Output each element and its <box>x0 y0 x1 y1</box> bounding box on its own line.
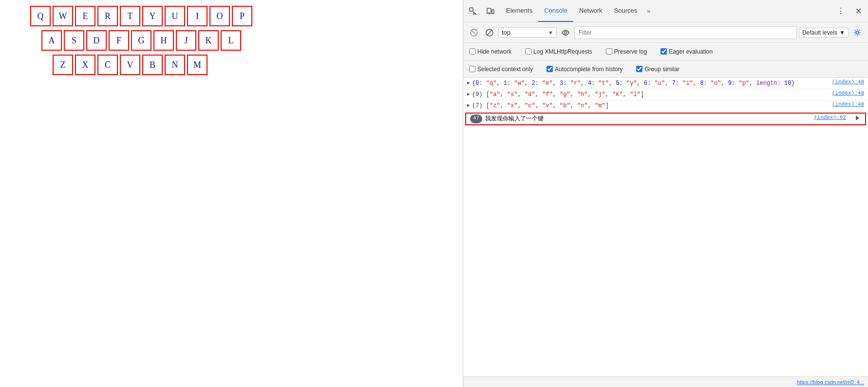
clear-all-button[interactable] <box>483 26 496 39</box>
key-w[interactable]: W <box>53 6 73 26</box>
tab-network[interactable]: Network <box>573 0 608 22</box>
context-selector-arrow: ▼ <box>548 30 553 36</box>
keyboard-container: Q W E R T Y U I O P A S D F G H J K L Z … <box>24 0 258 83</box>
devtools-menu-button[interactable]: ⋮ <box>833 3 849 19</box>
key-k[interactable]: K <box>198 30 219 51</box>
key-i[interactable]: I <box>187 6 208 26</box>
keyboard-row-3: Z X C V B N M <box>52 54 253 76</box>
console-output: ▶ {0: "q", 1: "w", 2: "e", 3: "r", 4: "t… <box>463 78 868 376</box>
key-l[interactable]: L <box>221 30 241 51</box>
key-y[interactable]: Y <box>142 6 163 26</box>
key-d[interactable]: D <box>86 30 107 51</box>
preserve-log-option[interactable]: Preserve log <box>606 48 647 55</box>
expand-icon-2[interactable]: ▶ <box>467 91 470 97</box>
key-t[interactable]: T <box>120 6 140 26</box>
svg-line-5 <box>472 30 476 35</box>
console-link-2[interactable]: (index):48 <box>832 90 864 96</box>
eager-evaluation-checkbox[interactable] <box>660 48 667 55</box>
devtools-close-button[interactable]: ✕ <box>850 3 866 19</box>
log-xmlhttprequests-option[interactable]: Log XMLHttpRequests <box>525 48 592 55</box>
key-x[interactable]: X <box>75 55 95 75</box>
key-r[interactable]: R <box>97 6 118 26</box>
keyboard-row-2: A S D F G H J K L <box>40 29 253 52</box>
devtools-tabs: Elements Console Network Sources » <box>500 0 833 22</box>
console-entry-content-1: {0: "q", 1: "w", 2: "e", 3: "r", 4: "t",… <box>472 79 832 88</box>
key-b[interactable]: B <box>142 55 163 75</box>
group-similar-checkbox[interactable] <box>636 66 642 72</box>
device-toggle-button[interactable] <box>483 3 498 19</box>
group-similar-option[interactable]: Group similar <box>636 66 679 73</box>
console-entry-content-3: (7) ["z", "x", "c", "v", "b", "n", "m"] <box>472 101 832 110</box>
key-c[interactable]: C <box>97 55 118 75</box>
bottom-url[interactable]: https://blog.csdn.net/m0_4... <box>797 379 864 385</box>
console-toolbar: top ▼ Default levels ▼ <box>463 22 868 43</box>
key-s[interactable]: S <box>64 30 84 51</box>
selected-context-option[interactable]: Selected context only <box>469 66 533 73</box>
devtools-topbar-right: ⋮ ✕ <box>833 3 866 19</box>
count-badge: 47 <box>470 115 482 123</box>
svg-point-8 <box>565 31 567 34</box>
console-link-3[interactable]: (index):48 <box>832 101 864 107</box>
tab-console[interactable]: Console <box>538 0 573 22</box>
filter-input[interactable] <box>574 26 797 39</box>
keyboard-row-1: Q W E R T Y U I O P <box>29 5 253 27</box>
default-levels-selector[interactable]: Default levels ▼ <box>799 28 849 38</box>
console-options-row2: Selected context only Autocomplete from … <box>463 60 868 78</box>
console-entry-content-4: 我发现你输入了一个键 <box>485 115 814 123</box>
more-tabs-button[interactable]: » <box>643 7 654 15</box>
live-expressions-button[interactable] <box>559 26 572 39</box>
devtools-bottom-bar: https://blog.csdn.net/m0_4... <box>463 376 868 387</box>
svg-rect-2 <box>492 10 494 14</box>
key-p[interactable]: P <box>232 6 252 26</box>
selected-context-checkbox[interactable] <box>469 66 475 72</box>
console-entry-array7: ▶ (7) ["z", "x", "c", "v", "b", "n", "m"… <box>463 100 868 112</box>
expand-chevron-4[interactable] <box>856 116 859 120</box>
default-levels-arrow: ▼ <box>839 29 845 36</box>
hide-network-option[interactable]: Hide network <box>469 48 511 55</box>
console-entry-content-2: (9) ["a", "s", "d", "f", "g", "h", "j", … <box>472 90 832 99</box>
expand-icon-1[interactable]: ▶ <box>467 80 470 86</box>
key-h[interactable]: H <box>153 30 174 51</box>
key-e[interactable]: E <box>75 6 95 26</box>
key-q[interactable]: Q <box>30 6 51 26</box>
devtools-topbar-icons <box>465 3 498 19</box>
console-link-1[interactable]: (index):48 <box>832 79 864 85</box>
devtools-panel: Elements Console Network Sources » ⋮ ✕ <box>463 0 868 387</box>
key-u[interactable]: U <box>165 6 185 26</box>
hide-network-checkbox[interactable] <box>469 48 475 55</box>
key-n[interactable]: N <box>165 55 185 75</box>
key-m[interactable]: M <box>187 55 208 75</box>
console-entry-line-4: 47 我发现你输入了一个键 (index):62 <box>470 115 846 123</box>
key-a[interactable]: A <box>41 30 62 51</box>
expand-icon-3[interactable]: ▶ <box>467 102 470 108</box>
console-entry-object: ▶ {0: "q", 1: "w", 2: "e", 3: "r", 4: "t… <box>463 78 868 89</box>
key-g[interactable]: G <box>131 30 151 51</box>
clear-console-button[interactable] <box>467 26 481 39</box>
console-link-4[interactable]: (index):62 <box>814 115 846 123</box>
key-f[interactable]: F <box>109 30 129 51</box>
console-entry-key-message: 47 我发现你输入了一个键 (index):62 <box>465 113 866 125</box>
key-z[interactable]: Z <box>53 55 73 75</box>
eager-evaluation-option[interactable]: Eager evaluation <box>660 48 713 55</box>
autocomplete-history-option[interactable]: Autocomplete from history <box>547 66 623 73</box>
svg-point-9 <box>856 31 859 34</box>
svg-rect-0 <box>470 8 473 11</box>
console-options-row1: Hide network Log XMLHttpRequests Preserv… <box>463 43 868 60</box>
console-entry-expand-row <box>846 115 861 123</box>
console-entry-array9: ▶ (9) ["a", "s", "d", "f", "g", "h", "j"… <box>463 89 868 100</box>
devtools-topbar: Elements Console Network Sources » ⋮ ✕ <box>463 0 868 22</box>
preserve-log-checkbox[interactable] <box>606 48 612 55</box>
inspect-element-button[interactable] <box>465 3 481 19</box>
left-panel: Q W E R T Y U I O P A S D F G H J K L Z … <box>0 0 463 387</box>
svg-line-7 <box>487 30 492 35</box>
console-settings-button[interactable] <box>850 26 864 39</box>
key-j[interactable]: J <box>176 30 196 51</box>
tab-sources[interactable]: Sources <box>608 0 643 22</box>
autocomplete-history-checkbox[interactable] <box>547 66 553 72</box>
log-xmlhttprequests-checkbox[interactable] <box>525 48 531 55</box>
key-o[interactable]: O <box>209 6 230 26</box>
tab-elements[interactable]: Elements <box>500 0 538 22</box>
context-selector[interactable]: top ▼ <box>498 27 557 38</box>
key-v[interactable]: V <box>120 55 140 75</box>
